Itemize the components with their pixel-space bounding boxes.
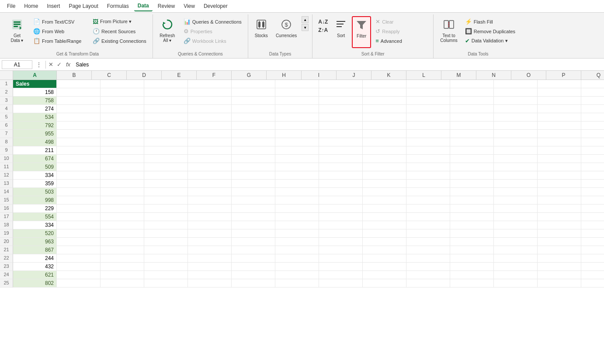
cell-n22[interactable]	[581, 254, 604, 263]
cell-g23[interactable]	[275, 263, 319, 271]
flash-fill-button[interactable]: ⚡ Flash Fill	[462, 17, 519, 26]
cell-j9[interactable]	[406, 146, 450, 155]
currencies-button[interactable]: $ Currencies	[273, 16, 300, 48]
cancel-formula-icon[interactable]: ✕	[48, 60, 54, 69]
cell-j5[interactable]	[406, 113, 450, 121]
cell-b25[interactable]	[57, 279, 101, 288]
cell-f7[interactable]	[232, 130, 275, 138]
cell-j11[interactable]	[406, 163, 450, 171]
cell-b16[interactable]	[57, 205, 101, 213]
cell-a7[interactable]: 955	[13, 130, 57, 138]
cell-d2[interactable]	[144, 88, 188, 97]
cell-m11[interactable]	[538, 163, 581, 171]
cell-e22[interactable]	[188, 254, 232, 263]
cell-l23[interactable]	[494, 263, 538, 271]
cell-k23[interactable]	[450, 263, 494, 271]
cell-l2[interactable]	[494, 88, 538, 97]
cell-reference[interactable]	[2, 60, 32, 69]
cell-d12[interactable]	[144, 171, 188, 180]
col-header-f[interactable]: F	[197, 71, 232, 80]
cell-l14[interactable]	[494, 188, 538, 196]
cell-k18[interactable]	[450, 221, 494, 229]
cell-k10[interactable]	[450, 155, 494, 163]
cell-a1[interactable]: Sales	[13, 80, 57, 88]
cell-c10[interactable]	[101, 155, 144, 163]
cell-g6[interactable]	[275, 121, 319, 130]
cell-h22[interactable]	[319, 254, 363, 263]
cell-k21[interactable]	[450, 246, 494, 254]
cell-i9[interactable]	[363, 146, 406, 155]
cell-l3[interactable]	[494, 97, 538, 105]
cell-g8[interactable]	[275, 138, 319, 146]
cell-g22[interactable]	[275, 254, 319, 263]
cell-i13[interactable]	[363, 180, 406, 188]
cell-k9[interactable]	[450, 146, 494, 155]
cell-j10[interactable]	[406, 155, 450, 163]
cell-b2[interactable]	[57, 88, 101, 97]
cell-i24[interactable]	[363, 271, 406, 279]
cell-d8[interactable]	[144, 138, 188, 146]
cell-l1[interactable]	[494, 80, 538, 88]
cell-l24[interactable]	[494, 271, 538, 279]
cell-m4[interactable]	[538, 105, 581, 113]
cell-g24[interactable]	[275, 271, 319, 279]
cell-c6[interactable]	[101, 121, 144, 130]
cell-n25[interactable]	[581, 279, 604, 288]
cell-d9[interactable]	[144, 146, 188, 155]
cell-l25[interactable]	[494, 279, 538, 288]
cell-d1[interactable]	[144, 80, 188, 88]
cell-a18[interactable]: 334	[13, 221, 57, 229]
cell-c11[interactable]	[101, 163, 144, 171]
cell-h13[interactable]	[319, 180, 363, 188]
cell-i4[interactable]	[363, 105, 406, 113]
cell-n21[interactable]	[581, 246, 604, 254]
cell-f5[interactable]	[232, 113, 275, 121]
from-picture-button[interactable]: 🖼 From Picture ▾	[90, 17, 149, 26]
more-options-button[interactable]: ⋮	[34, 60, 44, 69]
cell-d7[interactable]	[144, 130, 188, 138]
cell-n16[interactable]	[581, 205, 604, 213]
cell-c22[interactable]	[101, 254, 144, 263]
cell-n4[interactable]	[581, 105, 604, 113]
cell-i1[interactable]	[363, 80, 406, 88]
cell-i19[interactable]	[363, 229, 406, 238]
cell-m23[interactable]	[538, 263, 581, 271]
cell-c1[interactable]	[101, 80, 144, 88]
cell-l15[interactable]	[494, 196, 538, 205]
cell-g18[interactable]	[275, 221, 319, 229]
cell-k7[interactable]	[450, 130, 494, 138]
cell-c13[interactable]	[101, 180, 144, 188]
col-header-o[interactable]: O	[511, 71, 546, 80]
get-data-button[interactable]: GetData ▾	[6, 16, 28, 52]
cell-k3[interactable]	[450, 97, 494, 105]
cell-j20[interactable]	[406, 238, 450, 246]
cell-c20[interactable]	[101, 238, 144, 246]
cell-b21[interactable]	[57, 246, 101, 254]
cell-a16[interactable]: 229	[13, 205, 57, 213]
cell-e5[interactable]	[188, 113, 232, 121]
cell-i8[interactable]	[363, 138, 406, 146]
advanced-button[interactable]: ≡ Advanced	[373, 36, 430, 45]
cell-c7[interactable]	[101, 130, 144, 138]
cell-m12[interactable]	[538, 171, 581, 180]
cell-b23[interactable]	[57, 263, 101, 271]
sort-button[interactable]: Sort	[332, 16, 350, 48]
cell-h4[interactable]	[319, 105, 363, 113]
cell-a25[interactable]: 802	[13, 279, 57, 288]
cell-k6[interactable]	[450, 121, 494, 130]
menu-item-page-layout[interactable]: Page Layout	[65, 1, 101, 11]
cell-h21[interactable]	[319, 246, 363, 254]
cell-d22[interactable]	[144, 254, 188, 263]
cell-b13[interactable]	[57, 180, 101, 188]
from-text-csv-button[interactable]: 📄 From Text/CSV	[31, 17, 87, 26]
cell-h5[interactable]	[319, 113, 363, 121]
cell-b12[interactable]	[57, 171, 101, 180]
cell-e15[interactable]	[188, 196, 232, 205]
cell-b24[interactable]	[57, 271, 101, 279]
sort-za-button[interactable]: Z↑A	[316, 26, 330, 34]
cell-j19[interactable]	[406, 229, 450, 238]
cell-l17[interactable]	[494, 213, 538, 221]
cell-f16[interactable]	[232, 205, 275, 213]
cell-l4[interactable]	[494, 105, 538, 113]
cell-a4[interactable]: 274	[13, 105, 57, 113]
